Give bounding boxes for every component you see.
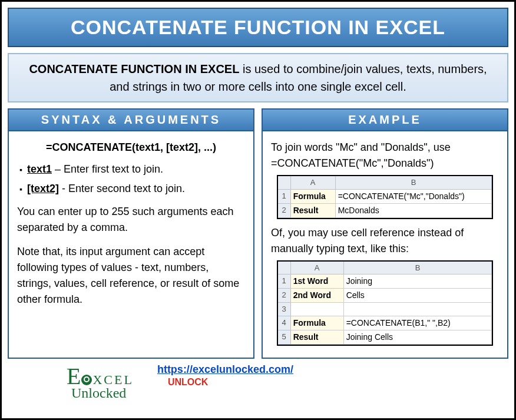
description-lead: CONCATENATE FUNCTION IN EXCEL [29,62,239,75]
cell: =CONCATENATE("Mc","Donalds") [336,190,492,204]
example-body: To join words "Mc" and "Donalds", use =C… [263,131,507,358]
arg-name: [text2] [27,183,59,194]
col-header-b: B [344,262,492,275]
row-num: 1 [278,190,291,204]
syntax-body: =CONCATENATE(text1, [text2], ...) text1 … [9,131,253,358]
col-header-a: A [291,176,336,190]
row-num: 4 [278,316,291,330]
argument-list: text1 – Enter first text to join. [text2… [17,161,245,197]
cell: Cells [344,289,492,303]
main-title: CONCATENATE FUNCTION IN EXCEL [8,8,508,47]
cell: McDonalds [336,204,492,218]
arg-desc: - Enter second text to join. [59,183,185,194]
cell: Joining [344,275,492,289]
cell: Formula [291,190,336,204]
cell: Result [291,330,344,345]
cell [291,303,344,316]
row-num: 1 [278,275,291,289]
example-table-1: A B 1 Formula =CONCATENATE("Mc","Donalds… [277,175,494,219]
syntax-para-types: Note that, its input argument can accept… [17,244,245,307]
arg-item: text1 – Enter first text to join. [19,161,245,177]
row-num: 5 [278,330,291,345]
footer-link[interactable]: https://excelunlocked.com/ [157,363,293,375]
corner-cell [278,176,291,190]
cell: =CONCATENATE(B1," ",B2) [344,316,492,330]
corner-cell [278,262,291,275]
cell [344,303,492,316]
example-header: EXAMPLE [263,110,507,131]
cell: 1st Word [291,275,344,289]
logo: EXCEL Unlocked [67,362,157,401]
example-table-2: A B 1 1st Word Joining 2 2nd Word Cells … [277,260,494,346]
footer: EXCEL Unlocked https://excelunlocked.com… [8,362,508,401]
example-intro-line2: =CONCATENATE("Mc","Donalds") [271,156,499,171]
syntax-para-limit: You can enter up to 255 such arguments e… [17,204,245,236]
arg-item: [text2] - Enter second text to join. [19,181,245,197]
cell: 2nd Word [291,289,344,303]
footer-unlock-text: UNLOCK [168,377,293,388]
columns-container: SYNTAX & ARGUMENTS =CONCATENATE(text1, [… [8,108,508,359]
row-num: 2 [278,289,291,303]
syntax-header: SYNTAX & ARGUMENTS [9,110,253,131]
row-num: 3 [278,303,291,316]
arg-name: text1 [27,163,52,175]
col-header-b: B [336,176,492,190]
example-mid-text: Of, you may use cell reference instead o… [271,225,499,257]
lock-icon [81,375,92,385]
cell: Result [291,204,336,218]
col-header-a: A [291,262,344,275]
example-intro-line1: To join words "Mc" and "Donalds", use [271,140,499,156]
syntax-formula: =CONCATENATE(text1, [text2], ...) [17,140,245,156]
footer-right: https://excelunlocked.com/ UNLOCK [157,362,293,388]
description-box: CONCATENATE FUNCTION IN EXCEL is used to… [8,53,508,102]
syntax-column: SYNTAX & ARGUMENTS =CONCATENATE(text1, [… [8,108,254,359]
example-column: EXAMPLE To join words "Mc" and "Donalds"… [262,108,508,359]
logo-subtext: Unlocked [71,385,157,401]
cell: Joining Cells [344,330,492,345]
cell: Formula [291,316,344,330]
arg-desc: – Enter first text to join. [52,163,163,175]
row-num: 2 [278,204,291,218]
